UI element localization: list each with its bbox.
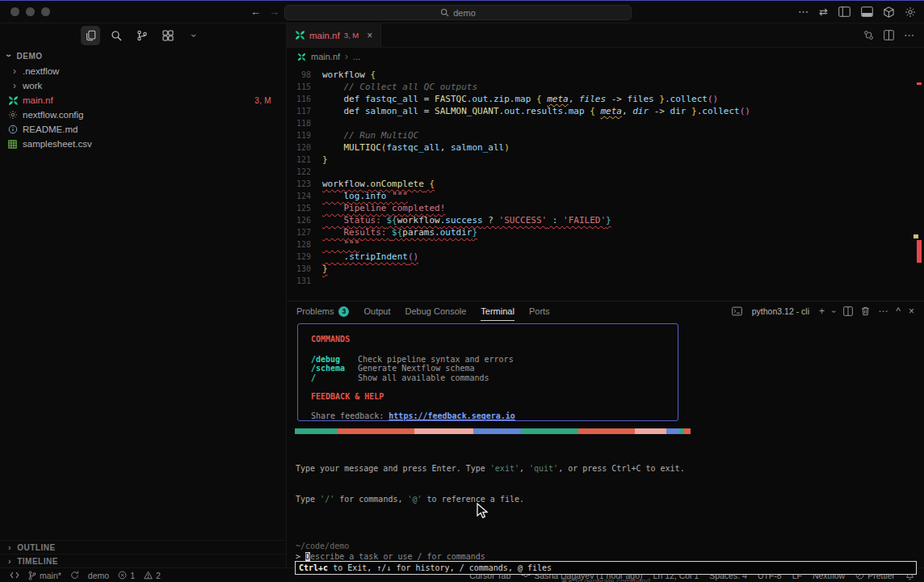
tree-item-samplesheet-csv[interactable]: samplesheet.csv bbox=[0, 137, 286, 151]
timeline-section[interactable]: › TIMELINE bbox=[0, 554, 286, 567]
line-content: .stripIndent() bbox=[311, 251, 418, 263]
tree-item--nextflow[interactable]: ›.nextflow bbox=[0, 64, 286, 78]
extensions-icon[interactable] bbox=[158, 26, 178, 45]
status-2[interactable]: 2 bbox=[144, 571, 161, 580]
terminal-instance-label[interactable]: python3.12 - cli bbox=[752, 306, 809, 316]
input-placeholder: escribe a task or use / for commands bbox=[310, 552, 485, 561]
commands-heading: COMMANDS bbox=[311, 335, 678, 344]
tree-item-main-nf[interactable]: main.nf3, M bbox=[0, 93, 286, 108]
new-terminal-icon[interactable]: + bbox=[819, 306, 825, 316]
code-line: 124 log.info """ bbox=[287, 190, 924, 202]
chevron-right-icon: › bbox=[8, 556, 11, 566]
close-panel-icon[interactable]: × bbox=[909, 306, 914, 316]
breadcrumb-file[interactable]: main.nf bbox=[311, 52, 340, 61]
file-icon-slot bbox=[8, 124, 23, 134]
nextflow-icon bbox=[8, 95, 19, 106]
tree-item-nextflow-config[interactable]: nextflow.config bbox=[0, 108, 286, 122]
panel-more-icon[interactable]: ⋯ bbox=[878, 306, 888, 316]
sync-arrows-icon[interactable]: ⇄ bbox=[819, 6, 828, 17]
line-number: 118 bbox=[287, 117, 311, 129]
line-content: Results: ${params.outdir} bbox=[311, 226, 477, 238]
tree-item-work[interactable]: ›work bbox=[0, 78, 286, 93]
panel-tab-ports[interactable]: Ports bbox=[529, 302, 550, 321]
line-content: // Collect all QC outputs bbox=[311, 81, 477, 93]
editor-tab-bar: main.nf 3, M × ⋯ bbox=[287, 23, 924, 48]
overview-ruler-error-mark bbox=[917, 82, 922, 85]
outline-section[interactable]: › OUTLINE bbox=[0, 540, 286, 554]
gear-icon bbox=[8, 110, 18, 120]
source-control-graph-icon[interactable] bbox=[863, 30, 874, 40]
panel-tab-problems[interactable]: Problems3 bbox=[296, 302, 349, 321]
more-actions-icon[interactable]: ⋯ bbox=[798, 6, 808, 17]
maximize-panel-icon[interactable]: ^ bbox=[896, 306, 901, 316]
warning-icon bbox=[144, 571, 153, 580]
minimize-window-button[interactable] bbox=[26, 7, 35, 16]
branch-icon bbox=[28, 571, 36, 580]
line-number: 125 bbox=[287, 202, 311, 214]
file-icon-slot: › bbox=[8, 80, 23, 91]
toggle-panel-icon[interactable] bbox=[861, 6, 873, 17]
panel-tab-debug-console[interactable]: Debug Console bbox=[405, 302, 467, 321]
status-label: 1 bbox=[130, 571, 135, 580]
code-line: 131 bbox=[287, 275, 924, 287]
sync-icon bbox=[70, 571, 79, 580]
code-editor[interactable]: 98workflow {115 // Collect all QC output… bbox=[287, 65, 924, 301]
working-directory: ~/code/demo bbox=[296, 542, 924, 550]
line-content: MULTIQC(fastqc_all, salmon_all) bbox=[311, 141, 510, 154]
code-line: 126 Status: ${workflow.success ? 'SUCCES… bbox=[287, 214, 924, 226]
cube-icon[interactable] bbox=[884, 6, 894, 18]
panel-tab-output[interactable]: Output bbox=[363, 302, 390, 321]
line-content: log.info """ bbox=[311, 190, 408, 202]
hint-rest: to Exit, ↑/↓ for history, / commands, @ … bbox=[328, 563, 552, 572]
command-center-search[interactable]: demo bbox=[284, 5, 632, 20]
line-content bbox=[311, 275, 322, 287]
zoom-window-button[interactable] bbox=[41, 7, 50, 16]
toggle-sidebar-icon[interactable] bbox=[838, 6, 850, 17]
terminal-dropdown-icon[interactable]: › bbox=[830, 310, 838, 312]
nextflow-icon bbox=[295, 30, 305, 40]
explorer-files-icon[interactable] bbox=[81, 26, 100, 45]
panel-tab-bar: Problems3OutputDebug ConsoleTerminalPort… bbox=[287, 302, 924, 321]
panel-tab-terminal[interactable]: Terminal bbox=[481, 302, 514, 321]
file-name: samplesheet.csv bbox=[23, 139, 271, 149]
kill-terminal-trash-icon[interactable] bbox=[861, 306, 870, 316]
status-sync[interactable] bbox=[70, 571, 79, 580]
split-terminal-icon[interactable] bbox=[843, 306, 853, 316]
more-actions-icon[interactable]: ⋯ bbox=[904, 30, 914, 40]
status-1[interactable]: 1 bbox=[118, 571, 135, 580]
file-name: main.nf bbox=[23, 95, 254, 105]
explorer-section-header[interactable]: › DEMO bbox=[0, 48, 286, 64]
tab-close-icon[interactable]: × bbox=[367, 30, 372, 41]
chevron-right-icon: › bbox=[8, 542, 11, 552]
breadcrumb-symbol[interactable]: ... bbox=[353, 52, 360, 61]
source-control-icon[interactable] bbox=[132, 26, 152, 45]
split-editor-icon[interactable] bbox=[884, 30, 894, 40]
status-demo[interactable]: demo bbox=[88, 571, 109, 580]
tab-main-nf[interactable]: main.nf 3, M × bbox=[287, 23, 381, 47]
tree-item-readme-md[interactable]: README.md bbox=[0, 122, 286, 137]
line-content: workflow.onComplete { bbox=[311, 178, 435, 190]
file-name: README.md bbox=[23, 124, 271, 134]
settings-gear-icon[interactable] bbox=[905, 6, 916, 18]
command-description: Check pipeline syntax and errors bbox=[358, 355, 514, 365]
status-main[interactable]: main* bbox=[28, 571, 61, 580]
nav-back-icon[interactable]: ← bbox=[250, 6, 261, 17]
terminal-view[interactable]: COMMANDS /debugCheck pipeline syntax and… bbox=[287, 321, 924, 567]
git-problem-badge: 3, M bbox=[254, 96, 271, 105]
editor-window: ← → demo ⋯ ⇄ bbox=[0, 0, 924, 582]
code-line: 130} bbox=[287, 263, 924, 275]
search-sidebar-icon[interactable] bbox=[107, 26, 126, 45]
status-remote[interactable] bbox=[10, 571, 19, 579]
nav-forward-icon[interactable]: → bbox=[269, 6, 279, 17]
tab-bar-actions: ⋯ bbox=[863, 23, 924, 47]
views-chevron-down-icon[interactable]: › bbox=[184, 26, 204, 45]
file-name: work bbox=[23, 81, 271, 91]
feedback-link[interactable]: https://feedback.seqera.io bbox=[388, 411, 515, 420]
agent-help-box: COMMANDS /debugCheck pipeline syntax and… bbox=[297, 323, 678, 421]
breadcrumb[interactable]: main.nf › ... bbox=[287, 48, 924, 65]
overview-ruler-warning-mark bbox=[914, 234, 918, 238]
line-content bbox=[311, 117, 322, 129]
window-controls[interactable] bbox=[10, 7, 50, 16]
agent-input-line[interactable]: > Describe a task or use / for commands bbox=[296, 552, 924, 561]
close-window-button[interactable] bbox=[10, 7, 19, 16]
